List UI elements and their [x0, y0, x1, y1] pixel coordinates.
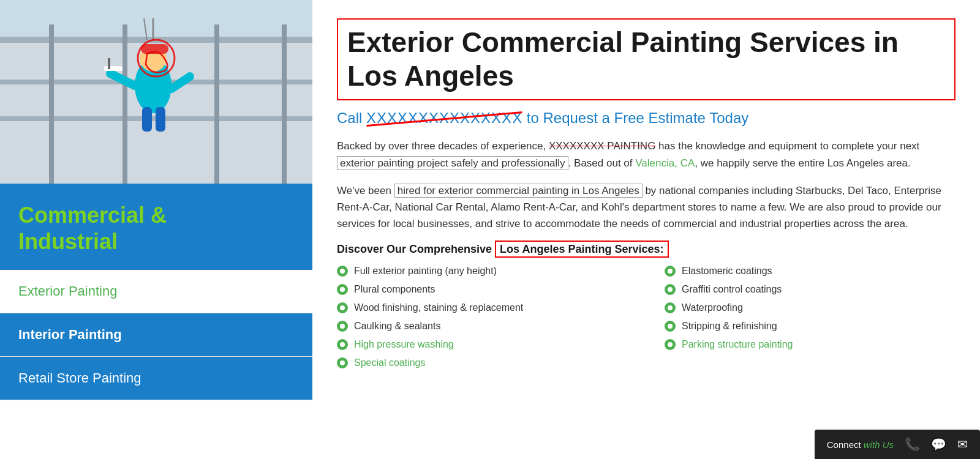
- sidebar-item-exterior-painting[interactable]: Exterior Painting: [0, 270, 312, 313]
- svg-rect-19: [156, 107, 165, 132]
- service-item: Waterproofing: [665, 302, 956, 313]
- call-line: Call XXXXXXXXXXXXXXX to Request a Free E…: [337, 110, 956, 127]
- bullet-icon: [337, 302, 348, 313]
- page-title: Exterior Commercial Painting Services in…: [347, 26, 945, 93]
- call-prefix: Call: [337, 110, 366, 126]
- connect-bar: Connect with Us 📞 💬 ✉: [815, 430, 980, 459]
- service-item: Parking structure painting: [665, 339, 956, 350]
- paragraph-1: Backed by over three decades of experien…: [337, 138, 956, 171]
- sidebar-navigation: Exterior Painting Interior Painting Reta…: [0, 270, 312, 400]
- service-item: Plural components: [337, 284, 628, 295]
- svg-rect-8: [282, 24, 287, 184]
- service-item: Special coatings: [337, 357, 628, 368]
- chat-icon[interactable]: 💬: [931, 437, 946, 452]
- bullet-icon: [665, 321, 676, 332]
- svg-rect-6: [123, 24, 127, 184]
- highlight-exterior-project: exterior painting project safely and pro…: [337, 156, 568, 170]
- service-item: Elastomeric coatings: [665, 266, 956, 277]
- bullet-icon: [337, 357, 348, 368]
- bullet-icon: [665, 266, 676, 277]
- service-item: Caulking & sealants: [337, 321, 628, 332]
- bullet-icon: [337, 266, 348, 277]
- service-item: Stripping & refinishing: [665, 321, 956, 332]
- connect-label: Connect with Us: [827, 439, 894, 450]
- bullet-icon: [665, 302, 676, 313]
- location-link[interactable]: Valencia, CA: [635, 157, 695, 169]
- paragraph-2: We've been hired for exterior commercial…: [337, 182, 956, 233]
- section-heading: Discover Our Comprehensive Los Angeles P…: [337, 243, 956, 256]
- sidebar-category-block: Commercial &Industrial: [0, 184, 312, 270]
- highlight-services: Los Angeles Painting Services:: [495, 241, 668, 258]
- bullet-icon: [665, 284, 676, 295]
- svg-rect-15: [108, 58, 110, 69]
- service-item: Wood finishing, staining & replacement: [337, 302, 628, 313]
- svg-rect-18: [142, 107, 152, 132]
- phone-icon[interactable]: 📞: [905, 437, 920, 452]
- bullet-icon: [337, 321, 348, 332]
- sidebar-item-interior-painting[interactable]: Interior Painting: [0, 313, 312, 357]
- bullet-icon: [665, 339, 676, 350]
- main-content: Exterior Commercial Painting Services in…: [312, 0, 980, 459]
- bullet-icon: [337, 339, 348, 350]
- services-col1: Full exterior painting (any height) Plur…: [337, 266, 628, 368]
- category-title: Commercial &Industrial: [18, 202, 294, 255]
- page-title-box: Exterior Commercial Painting Services in…: [337, 18, 956, 100]
- sidebar-item-retail-painting[interactable]: Retail Store Painting: [0, 357, 312, 400]
- sidebar: Commercial &Industrial Exterior Painting…: [0, 0, 312, 459]
- service-item: Graffiti control coatings: [665, 284, 956, 295]
- services-col2: Elastomeric coatings Graffiti control co…: [665, 266, 956, 368]
- service-item: High pressure washing: [337, 339, 628, 350]
- phone-number-redacted: XXXXXXXXXXXXXXX: [366, 110, 522, 127]
- sidebar-hero-image: [0, 0, 312, 184]
- service-item: Full exterior painting (any height): [337, 266, 628, 277]
- svg-rect-5: [49, 24, 54, 184]
- svg-rect-14: [104, 66, 123, 71]
- bullet-icon: [337, 284, 348, 295]
- email-icon[interactable]: ✉: [957, 437, 968, 452]
- svg-rect-7: [214, 24, 219, 184]
- call-suffix: to Request a Free Estimate Today: [527, 110, 748, 126]
- highlight-hired: hired for exterior commercial painting i…: [394, 184, 643, 198]
- services-grid: Full exterior painting (any height) Plur…: [337, 266, 956, 368]
